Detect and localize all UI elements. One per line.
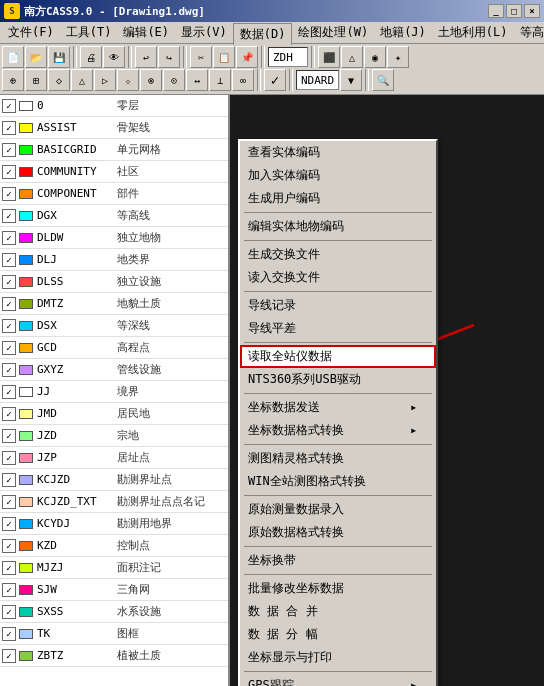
layer-checkbox[interactable]: ✓ [2,187,16,201]
data-menu-item[interactable]: 原始数据格式转换 [240,521,436,544]
tb-snap3[interactable]: ◇ [48,69,70,91]
data-menu-item[interactable]: 批量修改坐标数据 [240,577,436,600]
tb-open[interactable]: 📂 [25,46,47,68]
layer-row[interactable]: ✓GCD高程点 [0,337,228,359]
layer-checkbox[interactable]: ✓ [2,429,16,443]
layer-checkbox[interactable]: ✓ [2,495,16,509]
layer-row[interactable]: ✓COMPONENT部件 [0,183,228,205]
menu-contour[interactable]: 等高 [514,22,545,43]
menu-cadastre[interactable]: 地籍(J) [374,22,432,43]
tb-snap11[interactable]: ∞ [232,69,254,91]
data-menu-item[interactable]: 加入实体编码 [240,164,436,187]
layer-row[interactable]: ✓GXYZ管线设施 [0,359,228,381]
tb-undo[interactable]: ↩ [135,46,157,68]
data-dropdown-menu[interactable]: 查看实体编码加入实体编码生成用户编码编辑实体地物编码生成交换文件读入交换文件导线… [238,139,438,686]
layer-checkbox[interactable]: ✓ [2,297,16,311]
layer-checkbox[interactable]: ✓ [2,539,16,553]
data-menu-item[interactable]: 生成交换文件 [240,243,436,266]
layer-row[interactable]: ✓ASSIST骨架线 [0,117,228,139]
menu-landuse[interactable]: 土地利用(L) [432,22,514,43]
tb-snap7[interactable]: ⊗ [140,69,162,91]
data-menu-item[interactable]: 读入交换文件 [240,266,436,289]
layer-row[interactable]: ✓BASICGRID单元网格 [0,139,228,161]
data-menu-item[interactable]: 坐标显示与打印 [240,646,436,669]
layer-checkbox[interactable]: ✓ [2,473,16,487]
tb-snap2[interactable]: ⊞ [25,69,47,91]
layer-checkbox[interactable]: ✓ [2,407,16,421]
menu-view[interactable]: 显示(V) [175,22,233,43]
data-menu-item[interactable]: 数 据 分 幅 [240,623,436,646]
tb-paste[interactable]: 📌 [236,46,258,68]
layer-row[interactable]: ✓DMTZ地貌土质 [0,293,228,315]
layer-checkbox[interactable]: ✓ [2,385,16,399]
tb-copy[interactable]: 📋 [213,46,235,68]
tb-btn3[interactable]: ◉ [364,46,386,68]
tb-dropdown[interactable]: ▼ [340,69,362,91]
layer-row[interactable]: ✓DLJ地类界 [0,249,228,271]
layer-checkbox[interactable]: ✓ [2,451,16,465]
maximize-button[interactable]: □ [506,4,522,18]
layer-checkbox[interactable]: ✓ [2,143,16,157]
tb-btn2[interactable]: △ [341,46,363,68]
data-menu-item[interactable]: 原始测量数据录入 [240,498,436,521]
layer-checkbox[interactable]: ✓ [2,561,16,575]
tb-new[interactable]: 📄 [2,46,24,68]
tb-zoom-in[interactable]: 🔍 [372,69,394,91]
data-menu-item[interactable]: 编辑实体地物编码 [240,215,436,238]
layer-panel[interactable]: ✓0零层✓ASSIST骨架线✓BASICGRID单元网格✓COMMUNITY社区… [0,95,230,686]
tb-snap8[interactable]: ⊙ [163,69,185,91]
layer-checkbox[interactable]: ✓ [2,165,16,179]
layer-row[interactable]: ✓DGX等高线 [0,205,228,227]
tb-save[interactable]: 💾 [48,46,70,68]
tb-snap10[interactable]: ⟂ [209,69,231,91]
layer-checkbox[interactable]: ✓ [2,319,16,333]
data-menu-item[interactable]: 生成用户编码 [240,187,436,210]
layer-checkbox[interactable]: ✓ [2,253,16,267]
tb-snap9[interactable]: ↔ [186,69,208,91]
data-menu-item[interactable]: 导线平差 [240,317,436,340]
data-menu-item[interactable]: 读取全站仪数据 [240,345,436,368]
layer-checkbox[interactable]: ✓ [2,363,16,377]
data-menu-item[interactable]: 坐标换带 [240,549,436,572]
layer-checkbox[interactable]: ✓ [2,275,16,289]
data-menu-item[interactable]: GPS跟踪▶ [240,674,436,686]
tb-cut[interactable]: ✂ [190,46,212,68]
close-button[interactable]: × [524,4,540,18]
data-menu-item[interactable]: 导线记录 [240,294,436,317]
data-menu-item[interactable]: 测图精灵格式转换 [240,447,436,470]
layer-row[interactable]: ✓TK图框 [0,623,228,645]
tb-redo[interactable]: ↪ [158,46,180,68]
layer-row[interactable]: ✓JMD居民地 [0,403,228,425]
layer-checkbox[interactable]: ✓ [2,231,16,245]
data-menu-item[interactable]: 查看实体编码 [240,141,436,164]
layer-row[interactable]: ✓JJ境界 [0,381,228,403]
layer-checkbox[interactable]: ✓ [2,517,16,531]
layer-row[interactable]: ✓JZD宗地 [0,425,228,447]
layer-row[interactable]: ✓DSX等深线 [0,315,228,337]
menu-tools[interactable]: 工具(T) [60,22,118,43]
data-menu-item[interactable]: NTS360系列USB驱动 [240,368,436,391]
menu-edit[interactable]: 编辑(E) [117,22,175,43]
tb-btn4[interactable]: ✦ [387,46,409,68]
layer-row[interactable]: ✓KZD控制点 [0,535,228,557]
tb-print[interactable]: 🖨 [80,46,102,68]
layer-checkbox[interactable]: ✓ [2,99,16,113]
layer-row[interactable]: ✓SJW三角网 [0,579,228,601]
layer-row[interactable]: ✓COMMUNITY社区 [0,161,228,183]
layer-checkbox[interactable]: ✓ [2,627,16,641]
layer-checkbox[interactable]: ✓ [2,121,16,135]
layer-row[interactable]: ✓DLDW独立地物 [0,227,228,249]
menu-drawing[interactable]: 绘图处理(W) [292,22,374,43]
layer-row[interactable]: ✓0零层 [0,95,228,117]
tb-snap1[interactable]: ⊕ [2,69,24,91]
layer-checkbox[interactable]: ✓ [2,209,16,223]
layer-row[interactable]: ✓DLSS独立设施 [0,271,228,293]
layer-row[interactable]: ✓KCJZD_TXT勘测界址点点名记 [0,491,228,513]
data-menu-item[interactable]: WIN全站测图格式转换 [240,470,436,493]
layer-row[interactable]: ✓JZP居址点 [0,447,228,469]
data-menu-item[interactable]: 数 据 合 并 [240,600,436,623]
tb-check[interactable]: ✓ [264,69,286,91]
minimize-button[interactable]: _ [488,4,504,18]
layer-checkbox[interactable]: ✓ [2,341,16,355]
tb-btn1[interactable]: ⬛ [318,46,340,68]
